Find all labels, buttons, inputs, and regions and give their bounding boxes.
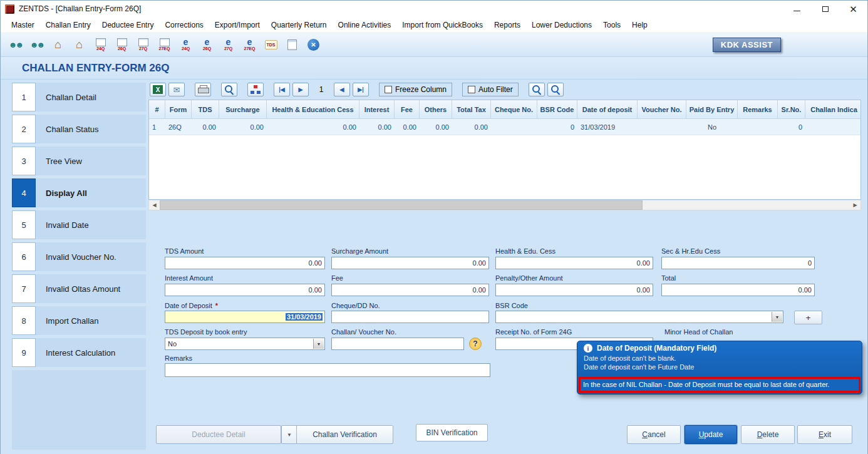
- table-cell[interactable]: 0.00: [267, 119, 359, 135]
- sec-hr-edu-cess-input[interactable]: [661, 257, 815, 269]
- surcharge-amount-input[interactable]: [331, 257, 489, 269]
- chevron-down-icon[interactable]: [772, 312, 782, 322]
- scrollbar-thumb[interactable]: [160, 200, 643, 210]
- efile-26q-icon[interactable]: e26Q: [199, 36, 215, 54]
- menu-help[interactable]: Help: [626, 18, 653, 32]
- efile-24q-icon[interactable]: e24Q: [177, 36, 194, 54]
- column-header-fee[interactable]: Fee: [395, 100, 420, 119]
- last-page-button[interactable]: ▶|: [353, 83, 369, 96]
- total-input[interactable]: [661, 284, 815, 296]
- freeze-column-checkbox[interactable]: Freeze Column: [379, 83, 452, 96]
- first-page-button[interactable]: |◀: [274, 83, 290, 96]
- export-file-icon[interactable]: ✉: [168, 83, 185, 96]
- form-27eq-icon[interactable]: 27EQ: [156, 36, 173, 54]
- deductee-detail-dropdown-button[interactable]: ▼: [281, 425, 297, 444]
- interest-amount-input[interactable]: [165, 284, 325, 296]
- search-all-icon[interactable]: [547, 83, 564, 96]
- column-header-tds[interactable]: TDS: [192, 100, 219, 119]
- sidebar-item-import-challan[interactable]: 8Import Challan: [12, 306, 146, 335]
- column-header-voucher-no[interactable]: Voucher No.: [638, 100, 686, 119]
- cancel-button[interactable]: Cancel: [627, 425, 681, 444]
- table-cell[interactable]: No: [686, 119, 738, 135]
- menu-deductee-entry[interactable]: Deductee Entry: [96, 18, 160, 32]
- print-icon[interactable]: [195, 83, 211, 96]
- table-cell[interactable]: [805, 119, 860, 135]
- close-icon[interactable]: [305, 36, 322, 54]
- org-chart-icon[interactable]: [247, 83, 264, 96]
- search-record-icon[interactable]: [529, 83, 545, 96]
- table-cell[interactable]: 0.00: [359, 119, 395, 135]
- column-header-form[interactable]: Form: [165, 100, 192, 119]
- zoom-icon[interactable]: [221, 83, 237, 96]
- table-cell[interactable]: 0: [537, 119, 577, 135]
- menu-corrections[interactable]: Corrections: [159, 18, 209, 32]
- date-of-deposit-input[interactable]: 31/03/2019: [165, 311, 325, 323]
- cheque-dd-no-input[interactable]: [331, 311, 489, 323]
- delete-button[interactable]: Delete: [741, 425, 795, 444]
- table-cell[interactable]: 0.00: [192, 119, 219, 135]
- deductor-master-icon[interactable]: ☻☻: [7, 36, 24, 54]
- column-header-num[interactable]: #: [149, 100, 165, 119]
- column-header-sr-no[interactable]: Sr.No.: [778, 100, 805, 119]
- next-page-button[interactable]: ▶: [292, 83, 309, 96]
- table-cell[interactable]: 31/03/2019: [577, 119, 638, 135]
- menu-master[interactable]: Master: [6, 18, 40, 32]
- close-window-icon[interactable]: ✕: [839, 1, 867, 17]
- form-27q-icon[interactable]: 27Q: [135, 36, 152, 54]
- deductee-detail-button[interactable]: Deductee Detail: [156, 425, 281, 444]
- efile-27eq-icon[interactable]: e27EQ: [241, 36, 258, 54]
- table-cell[interactable]: 26Q: [165, 119, 192, 135]
- table-cell[interactable]: 0.00: [452, 119, 491, 135]
- kdk-assist-button[interactable]: KDK ASSIST: [713, 38, 781, 52]
- scrollbar-track[interactable]: [160, 200, 850, 210]
- column-header-health-education-cess[interactable]: Health & Education Cess: [267, 100, 359, 119]
- menu-export-import[interactable]: Export/Import: [209, 18, 266, 32]
- column-header-surcharge[interactable]: Surcharge: [219, 100, 267, 119]
- health-edu-cess-input[interactable]: [495, 257, 653, 269]
- column-header-total-tax[interactable]: Total Tax: [452, 100, 491, 119]
- menu-challan-entry[interactable]: Challan Entry: [40, 18, 96, 32]
- table-cell[interactable]: 0.00: [219, 119, 267, 135]
- challan-entry-icon[interactable]: ⌂: [49, 36, 66, 54]
- sidebar-item-invalid-oltas-amount[interactable]: 7Invalid Oltas Amount: [12, 274, 146, 303]
- column-header-interest[interactable]: Interest: [359, 100, 395, 119]
- scroll-right-icon[interactable]: ▶: [850, 200, 860, 210]
- bsr-code-select[interactable]: [495, 311, 783, 323]
- export-excel-icon[interactable]: X: [150, 83, 166, 96]
- table-cell[interactable]: 0.00: [395, 119, 420, 135]
- table-cell[interactable]: 1: [149, 119, 165, 135]
- sidebar-item-challan-status[interactable]: 2Challan Status: [12, 115, 146, 143]
- minimize-icon[interactable]: [783, 1, 811, 17]
- sidebar-item-invalid-date[interactable]: 5Invalid Date: [12, 210, 146, 239]
- menu-online-activities[interactable]: Online Activities: [333, 18, 397, 32]
- table-cell[interactable]: [491, 119, 537, 135]
- table-row[interactable]: 126Q0.000.000.000.000.000.000.00031/03/2…: [149, 119, 860, 135]
- form-26q-icon[interactable]: 26Q: [113, 36, 130, 54]
- salary-entry-icon[interactable]: ⌂: [71, 36, 88, 54]
- scroll-left-icon[interactable]: ◀: [149, 200, 160, 210]
- tds-certificate-icon[interactable]: TDS: [262, 36, 279, 54]
- sidebar-item-tree-view[interactable]: 3Tree View: [12, 147, 146, 175]
- bin-verification-button[interactable]: BIN Verification: [416, 424, 488, 441]
- deductee-master-icon[interactable]: ☻☻: [28, 36, 45, 54]
- horizontal-scrollbar[interactable]: ◀ ▶: [148, 200, 861, 210]
- menu-reports[interactable]: Reports: [488, 18, 526, 32]
- efile-27q-icon[interactable]: e27Q: [220, 36, 237, 54]
- menu-quarterly-return[interactable]: Quarterly Return: [266, 18, 333, 32]
- challan-verification-button[interactable]: Challan Verification: [296, 425, 393, 444]
- menu-lower-deductions[interactable]: Lower Deductions: [526, 18, 597, 32]
- penalty-other-amount-input[interactable]: [495, 284, 653, 296]
- exit-button[interactable]: Exit: [797, 425, 852, 444]
- remarks-input[interactable]: [165, 363, 490, 377]
- prev-record-button[interactable]: ◀: [334, 83, 350, 96]
- column-header-challan-indica[interactable]: Challan Indica: [805, 100, 860, 119]
- column-header-bsr-code[interactable]: BSR Code: [537, 100, 577, 119]
- form-24q-icon[interactable]: 24Q: [92, 36, 109, 54]
- column-header-others[interactable]: Others: [420, 100, 452, 119]
- column-header-remarks[interactable]: Remarks: [738, 100, 778, 119]
- tds-book-entry-select[interactable]: No: [165, 338, 325, 350]
- auto-filter-checkbox[interactable]: Auto Filter: [462, 83, 519, 96]
- menu-import-from-quickbooks[interactable]: Import from QuickBooks: [396, 18, 488, 32]
- tds-amount-input[interactable]: [165, 257, 325, 269]
- column-header-cheque-no[interactable]: Cheque No.: [491, 100, 537, 119]
